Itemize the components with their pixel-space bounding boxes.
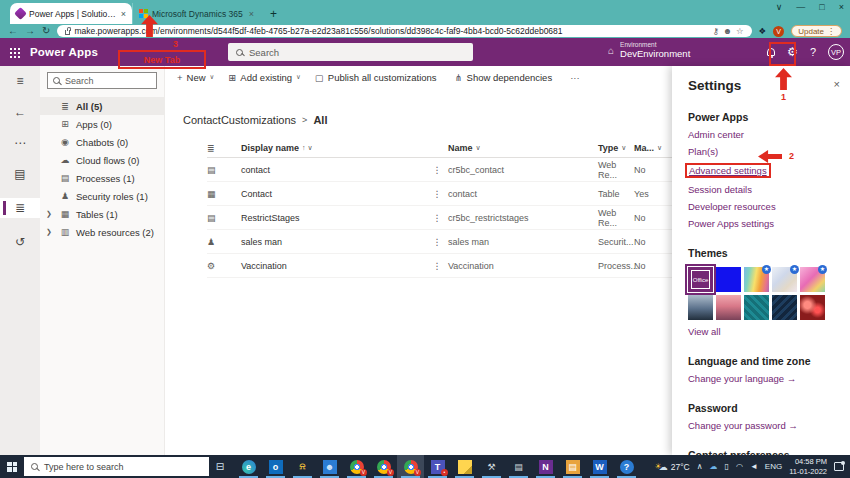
close-icon[interactable]: × <box>839 2 844 12</box>
table-row[interactable]: ♟ sales man ⋮ sales man Securit... No 2 <box>207 230 672 254</box>
battery-icon[interactable]: ▯ <box>725 462 729 471</box>
taskbar-app-icon[interactable]: V <box>343 455 370 478</box>
column-display-name[interactable]: Display name↑ ∨ <box>241 143 426 153</box>
browser-avatar[interactable]: V <box>773 26 784 37</box>
sidebar-item[interactable]: ❯ ▦ Tables (1) <box>40 205 164 223</box>
tab-close-icon[interactable]: × <box>249 9 254 19</box>
rail-icon[interactable]: ↺ <box>0 235 40 249</box>
command-button[interactable]: + New ∨ <box>177 72 214 83</box>
settings-link[interactable]: Plan(s) <box>688 146 718 157</box>
taskbar-app-icon[interactable]: ⚒ <box>478 455 505 478</box>
column-type[interactable]: Type∨ <box>598 143 634 153</box>
taskbar-app-icon[interactable] <box>451 455 478 478</box>
row-menu-icon[interactable]: ⋮ <box>426 237 448 247</box>
sidebar-item[interactable]: ❯ ▤ Processes (1) <box>40 169 164 187</box>
sidebar-item[interactable]: ❯ ≣ All (5) <box>40 97 164 115</box>
taskbar-app-icon[interactable]: W <box>586 455 613 478</box>
cell-display-name[interactable]: Vaccination <box>241 261 426 271</box>
theme-tile[interactable]: ★ <box>772 267 797 292</box>
rail-icon[interactable]: ≡ <box>0 74 40 88</box>
rail-icon[interactable]: ▤ <box>0 167 40 181</box>
table-row[interactable]: ▤ RestrictStages ⋮ cr5bc_restrictstages … <box>207 206 672 230</box>
brand-title[interactable]: Power Apps <box>30 46 98 58</box>
maximize-icon[interactable]: □ <box>819 2 824 12</box>
taskbar-app-icon[interactable]: N <box>532 455 559 478</box>
chevron-right-icon[interactable]: ❯ <box>46 228 54 236</box>
theme-tile[interactable] <box>772 295 797 320</box>
table-row[interactable]: ⚙ Vaccination ⋮ Vaccination Process... N… <box>207 254 672 278</box>
sidebar-item[interactable]: ❯ ▥ Web resources (2) <box>40 223 164 241</box>
theme-tile[interactable] <box>800 295 825 320</box>
cell-display-name[interactable]: contact <box>241 165 426 175</box>
rail-icon[interactable]: ← <box>0 105 40 119</box>
sidebar-item[interactable]: ❯ ⊞ Apps (0) <box>40 115 164 133</box>
row-menu-icon[interactable]: ⋮ <box>426 261 448 271</box>
sidebar-item[interactable]: ❯ ♟ Security roles (1) <box>40 187 164 205</box>
action-center-icon[interactable] <box>834 462 844 471</box>
minimize-icon[interactable]: — <box>796 2 805 12</box>
weather-widget[interactable]: ☀ ☁ 27°C <box>655 462 690 472</box>
taskbar-search-input[interactable]: Type here to search <box>24 457 209 476</box>
taskbar-app-icon[interactable]: ▤ <box>505 455 532 478</box>
sidebar-item[interactable]: ❯ ☁ Cloud flows (0) <box>40 151 164 169</box>
theme-tile[interactable]: Office <box>688 267 713 292</box>
sidebar-item[interactable]: ❯ ◉ Chatbots (0) <box>40 133 164 151</box>
view-all-link[interactable]: View all <box>688 326 721 337</box>
theme-tile[interactable] <box>688 295 713 320</box>
wifi-icon[interactable]: ◠ <box>736 462 743 471</box>
taskbar-app-icon[interactable]: ☻ <box>316 455 343 478</box>
onedrive-icon[interactable]: ☁ <box>710 462 718 471</box>
key-icon[interactable]: ⚷ <box>713 26 719 36</box>
change-password-link[interactable]: Change your password → <box>688 420 798 431</box>
taskbar-app-icon[interactable]: e <box>235 455 262 478</box>
address-bar[interactable]: make.powerapps.com/environments/d544f5df… <box>57 25 751 37</box>
cell-display-name[interactable]: Contact <box>241 189 426 199</box>
row-menu-icon[interactable]: ⋮ <box>426 165 448 175</box>
tab-power-apps[interactable]: Power Apps | Solutions - Contact × <box>10 3 132 24</box>
theme-tile[interactable] <box>716 267 741 292</box>
taskbar-app-icon[interactable]: ▤ <box>559 455 586 478</box>
theme-tile[interactable] <box>716 295 741 320</box>
taskbar-app-icon[interactable]: V <box>370 455 397 478</box>
start-button[interactable] <box>0 462 24 472</box>
column-name[interactable]: Name∨ <box>448 143 598 153</box>
bookmark-star-icon[interactable]: ☆ <box>736 26 744 36</box>
change-language-link[interactable]: Change your language → <box>688 373 796 384</box>
settings-link[interactable]: Power Apps settings <box>688 218 774 229</box>
browser-menu-icon[interactable]: ⋮ <box>827 27 835 36</box>
breadcrumb-parent[interactable]: ContactCustomizations <box>183 114 296 126</box>
tab-close-icon[interactable]: × <box>121 9 126 19</box>
task-view-icon[interactable]: ⊟ <box>209 461 231 472</box>
command-button[interactable]: ··· <box>570 72 588 83</box>
settings-link[interactable]: Admin center <box>688 129 744 140</box>
table-row[interactable]: ▤ contact ⋮ cr5bc_contact Web Re... No 6 <box>207 158 672 182</box>
extensions-icon[interactable]: ❖ <box>759 26 767 36</box>
cell-display-name[interactable]: RestrictStages <box>241 213 426 223</box>
taskbar-app-icon[interactable]: T • <box>424 455 451 478</box>
new-tab-icon[interactable]: + <box>270 4 277 24</box>
volume-icon[interactable]: ◄ <box>750 462 758 471</box>
reload-icon[interactable]: ↻ <box>42 26 50 36</box>
waffle-icon[interactable] <box>9 47 20 58</box>
user-avatar[interactable]: VP <box>828 44 844 60</box>
column-managed[interactable]: Ma...∨ <box>634 143 672 153</box>
taskbar-app-icon[interactable]: ⍾ <box>289 455 316 478</box>
rail-icon[interactable]: ≣ <box>0 198 40 218</box>
taskbar-clock[interactable]: 04:58 PM 11-01-2022 <box>789 457 827 477</box>
rail-icon[interactable]: ⋯ <box>0 136 40 150</box>
close-icon[interactable]: × <box>834 78 840 90</box>
chevron-right-icon[interactable]: ❯ <box>46 210 54 218</box>
settings-link[interactable]: Session details <box>688 184 752 195</box>
taskbar-app-icon[interactable]: o <box>262 455 289 478</box>
hidden-icons-chevron[interactable]: ∧ <box>697 462 703 471</box>
taskbar-app-icon[interactable]: V <box>397 455 424 478</box>
theme-tile[interactable] <box>744 295 769 320</box>
cell-display-name[interactable]: sales man <box>241 237 426 247</box>
header-search-input[interactable]: Search <box>228 43 473 61</box>
theme-tile[interactable]: ★ <box>744 267 769 292</box>
row-menu-icon[interactable]: ⋮ <box>426 189 448 199</box>
table-row[interactable]: ▦ Contact ⋮ contact Table Yes 2 <box>207 182 672 206</box>
forward-icon[interactable]: → <box>25 26 35 36</box>
settings-link[interactable]: Advanced settings <box>685 163 771 178</box>
window-menu-icon[interactable]: ∨ <box>776 2 783 12</box>
